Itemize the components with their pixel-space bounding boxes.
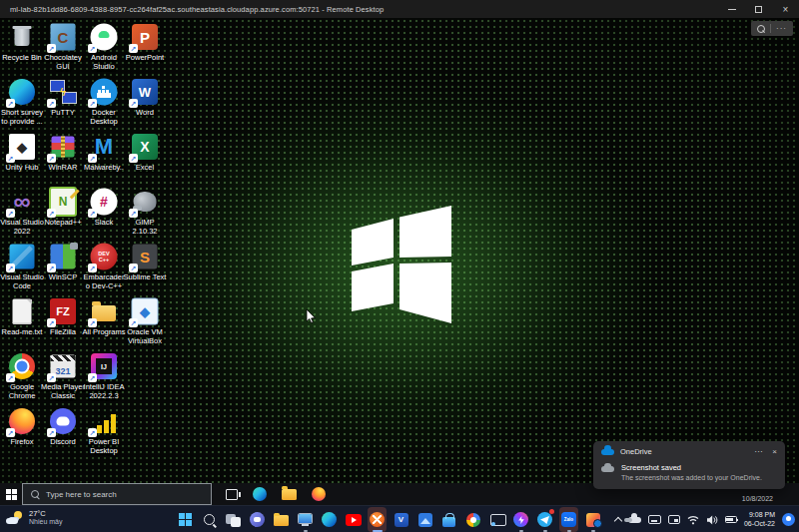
restore-icon <box>755 6 762 13</box>
task-view-button[interactable] <box>226 489 238 500</box>
desktop-icon-label: WinRAR <box>41 164 85 173</box>
taskbar-cast-button[interactable] <box>487 507 506 532</box>
desktop-icon-android-studio[interactable]: Android Studio <box>84 22 124 77</box>
icon-glyph: W <box>139 85 151 100</box>
recycle-bin-icon <box>6 22 38 52</box>
v-app-icon: V <box>395 513 408 527</box>
shortcut-arrow-icon <box>88 373 97 382</box>
taskbar-remote-desktop-button[interactable] <box>368 507 387 532</box>
desktop-icon-virtualbox[interactable]: ◆Oracle VM VirtualBox <box>125 296 165 351</box>
search-icon <box>31 490 40 499</box>
taskbar-mountain-app-button[interactable] <box>415 507 434 532</box>
desktop-icon-winrar[interactable]: WinRAR <box>43 132 83 187</box>
shortcut-arrow-icon <box>6 99 15 108</box>
desktop-icon-google-chrome[interactable]: Google Chrome <box>2 351 42 406</box>
desktop-icon-intellij-idea[interactable]: IJIntelliJ IDEA 2022.2.3 <box>84 351 124 406</box>
notification-more-button[interactable]: ⋯ <box>754 447 762 456</box>
onedrive-tray-icon[interactable] <box>628 517 641 523</box>
taskbar-edge-button[interactable] <box>320 507 339 532</box>
desktop-icon-label: Android Studio <box>82 54 126 71</box>
desktop-icon-malwarebytes[interactable]: MMalwareby.. <box>84 132 124 187</box>
taskbar-photos-button[interactable] <box>583 507 602 532</box>
taskbar-messenger-button[interactable] <box>511 507 530 532</box>
desktop-icon-dev-cpp[interactable]: DEV C++Embarcadero Dev-C++ <box>84 242 124 296</box>
desktop-icon-visual-studio-code[interactable]: Visual Studio Code <box>2 242 42 296</box>
shortcut-arrow-icon <box>88 99 97 108</box>
desktop-icon-label: Excel <box>123 164 167 173</box>
desktop-icon-filezilla[interactable]: FZFileZilla <box>43 296 83 351</box>
desktop-icon-power-bi[interactable]: Power BI Desktop <box>84 406 124 461</box>
cloud-icon <box>601 466 614 472</box>
touch-keyboard-icon[interactable] <box>648 515 661 524</box>
desktop-icon-short-survey[interactable]: Short survey to provide ... <box>2 77 42 132</box>
taskbar-start-button[interactable] <box>176 507 195 532</box>
taskbar-chat-button[interactable] <box>248 507 267 532</box>
desktop-icon-excel[interactable]: XExcel <box>125 132 165 187</box>
desktop-icon-label: FileZilla <box>41 328 85 337</box>
icon-glyph: X <box>140 139 149 155</box>
shortcut-arrow-icon <box>129 318 138 327</box>
desktop-icon-unity-hub[interactable]: ◆Unity Hub <box>2 132 42 187</box>
desktop-icon-read-me[interactable]: Read-me.txt <box>2 296 42 351</box>
zalo-icon: Zalo <box>561 512 576 527</box>
file-explorer-icon[interactable] <box>282 489 297 500</box>
desktop-icon-discord[interactable]: Discord <box>43 406 83 461</box>
taskbar-this-pc-button[interactable] <box>296 507 315 532</box>
desktop-icon-firefox[interactable]: Firefox <box>2 406 42 461</box>
taskbar-search-button[interactable] <box>200 507 219 532</box>
taskbar-telegram-button[interactable] <box>535 507 554 532</box>
edge-icon[interactable] <box>253 487 267 501</box>
zoom-icon[interactable] <box>757 25 765 33</box>
desktop-icon-word[interactable]: WWord <box>125 77 165 132</box>
desktop-icon-notepad-plus-plus[interactable]: NNotepad++ <box>43 187 83 242</box>
close-button[interactable]: × <box>772 0 799 18</box>
notepad-plus-plus-icon: N <box>47 187 79 217</box>
weather-widget[interactable]: 27°C Nhiều mây <box>6 509 62 526</box>
remote-search-box[interactable]: Type here to search <box>22 483 212 505</box>
display-tray-icon[interactable] <box>668 515 680 524</box>
taskbar-file-explorer-button[interactable] <box>272 507 291 532</box>
more-options-button[interactable]: ··· <box>776 25 787 33</box>
taskbar-task-view-button[interactable] <box>224 507 243 532</box>
desktop-icon-label: Oracle VM VirtualBox <box>123 328 167 345</box>
desktop-icon-chocolatey-gui[interactable]: CChocolatey GUI <box>43 22 83 77</box>
telegram-icon <box>537 512 552 527</box>
shortcut-arrow-icon <box>47 154 56 163</box>
desktop-icon-gimp[interactable]: GIMP 2.10.32 <box>125 187 165 242</box>
desktop-icon-label: PuTTY <box>41 109 85 118</box>
notification-close-button[interactable]: × <box>772 447 777 456</box>
notification-badge[interactable] <box>782 513 795 526</box>
desktop-icon-powerpoint[interactable]: PPowerPoint <box>125 22 165 77</box>
taskbar-microsoft-store-button[interactable] <box>439 507 458 532</box>
restore-button[interactable] <box>745 0 772 18</box>
desktop-icon-all-programs[interactable]: All Programs <box>84 296 124 351</box>
desktop-icon-docker-desktop[interactable]: Docker Desktop <box>84 77 124 132</box>
cast-icon <box>489 513 505 526</box>
desktop-icon-sublime-text[interactable]: SSublime Text <box>125 242 165 296</box>
taskbar-youtube-button[interactable] <box>344 507 363 532</box>
taskbar-v-app-button[interactable]: V <box>392 507 410 532</box>
volume-icon[interactable] <box>706 515 718 525</box>
desktop-icon-recycle-bin[interactable]: Recycle Bin <box>2 22 42 77</box>
wifi-icon[interactable] <box>687 515 699 525</box>
desktop-icon-visual-studio-2022[interactable]: ∞Visual Studio 2022 <box>2 187 42 242</box>
clock-time: 9:08 PM <box>744 511 775 520</box>
desktop-icon-slack[interactable]: #Slack <box>84 187 124 242</box>
all-programs-icon <box>88 296 120 326</box>
minimize-button[interactable] <box>718 0 745 18</box>
taskbar-google-button[interactable] <box>463 507 482 532</box>
powerpoint-icon: P <box>129 22 161 52</box>
hidden-icons-chevron-icon[interactable] <box>614 517 622 525</box>
gimp-icon <box>129 187 161 217</box>
desktop-icon-winscp[interactable]: WinSCP <box>43 242 83 296</box>
remote-start-button[interactable] <box>0 483 22 505</box>
desktop-icon-media-player-classic[interactable]: 321Media Player Classic <box>43 351 83 406</box>
taskbar-zalo-button[interactable]: Zalo <box>559 507 578 532</box>
desktop-icon-putty[interactable]: ϟPuTTY <box>43 77 83 132</box>
battery-icon[interactable] <box>725 516 737 523</box>
clock[interactable]: 9:08 PM 06-Oct-22 <box>744 511 775 528</box>
docker-desktop-icon <box>88 77 120 107</box>
host-taskbar: 27°C Nhiều mây VZalo 9:08 PM 06-Oct-22 <box>0 505 799 532</box>
remote-clock-date[interactable]: 10/8/2022 <box>742 495 773 502</box>
firefox-icon[interactable] <box>312 487 326 501</box>
